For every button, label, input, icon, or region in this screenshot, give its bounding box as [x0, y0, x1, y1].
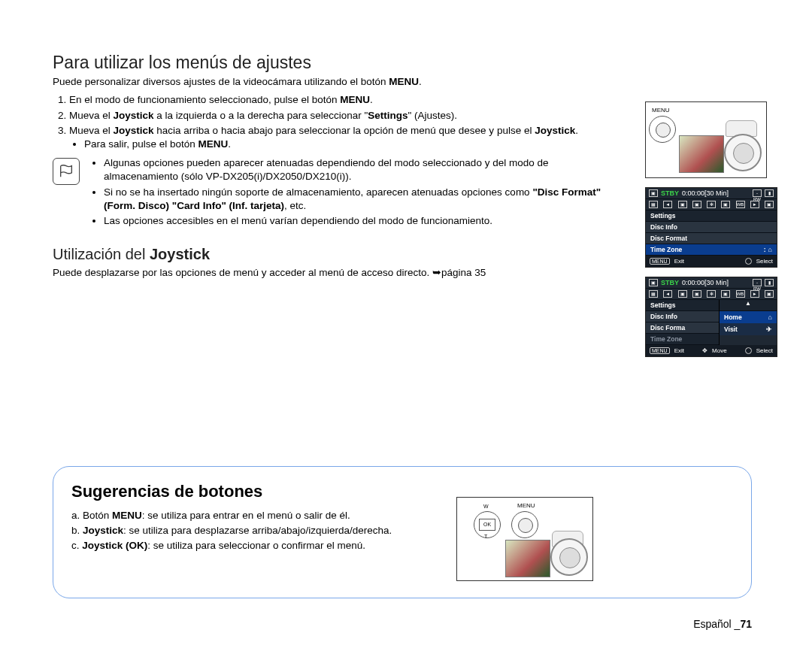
- tipc-bold: Joystick (OK): [82, 540, 147, 551]
- note-1: Algunas opciones pueden aparecer atenuad…: [104, 156, 617, 183]
- gear-icon-2: ✻: [707, 290, 716, 298]
- lcd1-discinfo: Disc Info: [646, 222, 777, 233]
- lcd2-timezone: Time Zone: [646, 334, 719, 345]
- note2-a: Si no se ha insertado ningún soporte de …: [104, 186, 532, 198]
- exit-b: MENU: [198, 138, 229, 150]
- move-label: Move: [712, 347, 727, 354]
- opt-icon: ▣: [678, 201, 687, 208]
- menu-button-icon: [649, 116, 676, 143]
- tips-title: Sugerencias de botones: [71, 482, 733, 501]
- popup-up-arrow-icon: ▲: [720, 300, 777, 311]
- grid-icon: ▦: [649, 201, 658, 208]
- step2-c: a la izquierda o a la derecha para selec…: [154, 110, 368, 121]
- note-block: Algunas opciones pueden aparecer atenuad…: [53, 156, 617, 229]
- tipa-post: : se utiliza para entrar en el menú o sa…: [142, 510, 350, 521]
- steps-list: En el modo de funcionamiento seleccionad…: [53, 93, 617, 150]
- heading-joystick: Utilización del Joystick: [53, 246, 617, 263]
- opt2-icon-2: ▣: [692, 290, 701, 298]
- tipb-bold: Joystick: [83, 525, 123, 536]
- tips-box: Sugerencias de botones a. Botón MENU: se…: [53, 466, 752, 598]
- popup-home-label: Home: [724, 313, 742, 321]
- lcd2-header: ▣ STBY 0:00:00[30 Min] -RW ▮: [646, 277, 777, 289]
- tip-b: b. Joystick: se utiliza para desplazarse…: [71, 524, 462, 537]
- grid-icon-2: ▦: [649, 290, 658, 298]
- step3-c: hacia arriba o hacia abajo para seleccio…: [154, 125, 535, 136]
- exit-a: Para salir, pulse el botón: [84, 138, 198, 150]
- stby-label-2: STBY: [661, 279, 679, 286]
- stby-label: STBY: [661, 189, 679, 197]
- joystick-dot-icon: [745, 258, 752, 265]
- step1-a: En el modo de funcionamiento seleccionad…: [69, 94, 340, 105]
- lcd1-footer: MENU Exit Select: [646, 256, 777, 267]
- step3-exit: Para salir, pulse el botón MENU.: [84, 138, 617, 151]
- colon: :: [764, 246, 766, 253]
- note-2: Si no se ha insertado ningún soporte de …: [104, 186, 617, 213]
- step3-a: Mueva el: [69, 125, 114, 136]
- joystick-dot-icon-2: [745, 347, 752, 354]
- exit-label: Exit: [674, 258, 684, 265]
- step1-c: .: [370, 94, 373, 105]
- zoom-w-label: W: [483, 504, 489, 509]
- popup-visit: Visit ✈: [720, 323, 777, 335]
- lcd2-discformat: Disc Forma: [646, 322, 719, 334]
- gear-icon: ✻: [707, 201, 716, 208]
- step-1: En el modo de funcionamiento seleccionad…: [69, 93, 617, 107]
- tip-c: c. Joystick (OK): se utiliza para selecc…: [71, 539, 462, 553]
- opt2-icon: ▣: [692, 201, 701, 208]
- menu-label-2: MENU: [517, 502, 535, 509]
- chev-left-icon-2: ◄: [663, 290, 672, 298]
- tipb-post: : se utiliza para desplazarse arriba/aba…: [123, 525, 392, 536]
- camcorder-body-icon-2: [505, 531, 588, 577]
- rec-time-2: 0:00:00[30 Min]: [682, 279, 750, 286]
- chev-right-icon: ►: [750, 201, 759, 208]
- tipc-post: : se utiliza para seleccionar o confirma…: [147, 540, 365, 551]
- intro-end: .: [419, 76, 422, 87]
- opt-icon-2: ▣: [678, 290, 687, 298]
- step3-b: Joystick: [114, 125, 154, 136]
- popup-visit-label: Visit: [724, 326, 738, 333]
- chev-left-icon: ◄: [663, 201, 672, 208]
- note2-c: , etc.: [284, 200, 306, 211]
- battery-icon-2: ▮: [765, 279, 774, 286]
- tipa-bold: MENU: [112, 510, 142, 521]
- rec-time: 0:00:00[30 Min]: [682, 189, 750, 197]
- footer-page-number: 71: [740, 618, 752, 630]
- menu-pill-2: MENU: [650, 347, 670, 354]
- lcd2-discinfo: Disc Info: [646, 311, 719, 322]
- lcd-screen-1: ▣ STBY 0:00:00[30 Min] -RW ▮ ▦ ◄ ▣ ▣ ✻ ▣…: [645, 187, 777, 268]
- intro-part1: Puede personalizar diversos ajustes de l…: [53, 76, 389, 87]
- select-label-2: Select: [756, 347, 773, 354]
- plane-icon: ✈: [766, 326, 772, 333]
- opt4-icon-2: ▣: [765, 290, 774, 298]
- lcd1-timezone-selected: Time Zone :: [646, 244, 777, 256]
- lcd-screen-2: ▣ STBY 0:00:00[30 Min] -RW ▮ ▦ ◄ ▣ ▣ ✻ ▣…: [645, 277, 777, 357]
- exit-c: .: [228, 138, 231, 150]
- camcorder-body-icon: [679, 120, 762, 173]
- joystick-text: Puede desplazarse por las opciones de me…: [53, 266, 617, 278]
- heading-settings-menus: Para utilizar los menús de ajustes: [53, 53, 617, 73]
- chev-right-icon-2: ►: [750, 290, 759, 298]
- step3-d: Joystick: [535, 125, 575, 136]
- opt4-icon: ▣: [765, 201, 774, 208]
- battery-icon: ▮: [765, 189, 774, 197]
- lcd2-footer: MENU Exit ✥ Move Select: [646, 345, 777, 356]
- right-illustration-column: MENU ▣ STBY 0:00:00[30 Min] -RW ▮ ▦ ◄ ▣: [645, 101, 765, 357]
- step1-b: MENU: [340, 94, 370, 105]
- note-icon: [53, 158, 80, 185]
- opt3-icon: ▣: [721, 201, 730, 208]
- intro-menu-bold: MENU: [389, 76, 419, 87]
- tipc-pre: c.: [71, 540, 82, 551]
- lcd1-header: ▣ STBY 0:00:00[30 Min] -RW ▮: [646, 188, 777, 199]
- step2-d: Settings: [368, 110, 408, 121]
- lcd1-settings: Settings: [646, 210, 777, 222]
- popup-home-selected: Home: [720, 311, 777, 323]
- zoom-t-label: T: [484, 534, 487, 539]
- camcorder-icon-2: ▣: [649, 279, 658, 286]
- wb-icon-2: WB: [736, 290, 745, 298]
- camcorder-menu-figure: MENU: [645, 101, 767, 178]
- joy-pageref: ➥página 35: [432, 267, 486, 278]
- tips-camcorder-figure: W T MENU: [456, 497, 593, 581]
- tipa-pre: a. Botón: [71, 510, 112, 521]
- home-icon-2: [768, 313, 772, 321]
- step-3: Mueva el Joystick hacia arriba o hacia a…: [69, 124, 617, 150]
